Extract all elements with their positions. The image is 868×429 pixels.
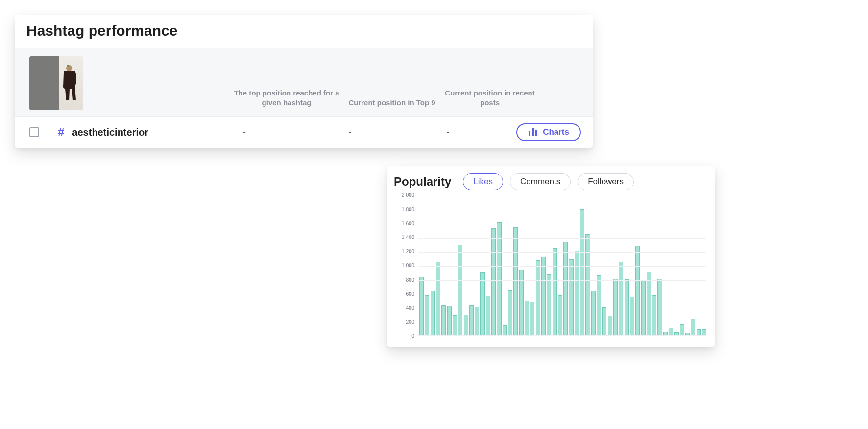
chart-bar[interactable] <box>469 305 474 335</box>
chart-bar[interactable] <box>553 248 557 335</box>
y-tick-label: 1 600 <box>402 220 414 226</box>
chart-bar[interactable] <box>480 272 484 335</box>
gridline <box>418 266 706 267</box>
chart-bar[interactable] <box>613 279 618 335</box>
panel-header-row: The top position reached for a given has… <box>15 48 593 117</box>
chart-bar[interactable] <box>519 270 524 335</box>
chart-bar[interactable] <box>530 302 534 335</box>
chart-bar[interactable] <box>591 291 596 335</box>
gridline <box>418 294 706 294</box>
gridline <box>418 308 706 308</box>
gridline <box>418 280 706 281</box>
chart-bar[interactable] <box>580 209 584 335</box>
bar-chart-icon <box>528 128 538 136</box>
charts-button-label: Charts <box>543 127 569 137</box>
chart-bar[interactable] <box>497 222 501 335</box>
cell-top-position: - <box>188 128 301 137</box>
thumbnail-person-figure <box>62 64 79 102</box>
hash-icon: # <box>58 125 64 139</box>
panel-header: Hashtag performance <box>15 15 593 48</box>
y-tick-label: 1 400 <box>402 234 414 240</box>
chart-bar[interactable] <box>486 296 490 335</box>
gridline <box>418 252 706 253</box>
popularity-chart-panel: Popularity Likes Comments Followers 0200… <box>387 166 715 347</box>
svg-point-1 <box>67 65 69 67</box>
chart-bar[interactable] <box>652 295 656 335</box>
chart-bar[interactable] <box>503 325 507 335</box>
gridline <box>418 322 706 322</box>
gridline <box>418 197 706 197</box>
chart-bar[interactable] <box>597 275 601 335</box>
chart-bar[interactable] <box>525 301 529 335</box>
chart-bar[interactable] <box>508 290 512 335</box>
col-header-top9: Current position in Top 9 <box>343 98 441 108</box>
chart-bar[interactable] <box>680 324 684 335</box>
chart-bar[interactable] <box>630 297 634 335</box>
y-tick-label: 600 <box>406 291 414 297</box>
hashtag-name[interactable]: aestheticinterior <box>72 127 148 138</box>
row-checkbox[interactable] <box>29 127 39 137</box>
y-tick-label: 800 <box>406 277 414 283</box>
svg-rect-3 <box>532 128 534 136</box>
tab-followers[interactable]: Followers <box>578 173 634 190</box>
col-header-top-position: The top position reached for a given has… <box>230 88 343 107</box>
chart-bar[interactable] <box>585 234 590 335</box>
cell-recent: - <box>399 128 497 137</box>
chart-bar[interactable] <box>608 316 612 335</box>
chart-header: Popularity Likes Comments Followers <box>394 173 708 190</box>
chart-plot <box>418 197 706 336</box>
chart-bar[interactable] <box>702 329 706 335</box>
chart-bar[interactable] <box>491 228 496 335</box>
post-thumbnail[interactable] <box>29 56 83 110</box>
chart-y-axis: 02004006008001 0001 2001 4001 6001 8002 … <box>394 195 416 336</box>
chart-bar[interactable] <box>619 262 623 335</box>
y-tick-label: 0 <box>411 333 414 339</box>
y-tick-label: 2 000 <box>402 192 414 198</box>
chart-bar[interactable] <box>541 257 546 335</box>
tab-likes[interactable]: Likes <box>463 173 503 190</box>
chart-bar[interactable] <box>419 277 424 335</box>
charts-button[interactable]: Charts <box>516 123 581 141</box>
chart-bar[interactable] <box>697 329 701 335</box>
chart-bar[interactable] <box>647 272 651 335</box>
hashtag-row: # aestheticinterior - - - Charts <box>15 117 593 148</box>
chart-bar[interactable] <box>569 259 573 335</box>
y-tick-label: 400 <box>406 305 414 310</box>
chart-bar[interactable] <box>513 227 518 335</box>
hashtag-performance-panel: Hashtag performance The top position rea… <box>15 15 593 148</box>
chart-area: 02004006008001 0001 2001 4001 6001 8002 … <box>394 195 708 342</box>
column-headers: The top position reached for a given has… <box>93 88 581 110</box>
chart-bar[interactable] <box>558 295 562 335</box>
chart-bar[interactable] <box>425 295 429 335</box>
chart-bar[interactable] <box>663 332 668 335</box>
chart-bar[interactable] <box>447 306 452 335</box>
y-tick-label: 1 800 <box>402 206 414 212</box>
chart-title: Popularity <box>394 175 451 189</box>
cell-top9: - <box>301 128 399 137</box>
chart-bar[interactable] <box>669 328 673 335</box>
gridline <box>418 211 706 211</box>
chart-bar[interactable] <box>536 260 540 335</box>
y-tick-label: 1 200 <box>402 248 414 254</box>
chart-bar[interactable] <box>674 332 678 335</box>
svg-rect-2 <box>529 131 530 136</box>
chart-bar[interactable] <box>575 251 579 335</box>
gridline <box>418 238 706 239</box>
gridline <box>418 225 706 225</box>
row-cells: - - - Charts <box>169 123 581 141</box>
y-tick-label: 200 <box>406 319 414 325</box>
chart-bar[interactable] <box>475 307 479 335</box>
svg-rect-4 <box>535 130 537 136</box>
y-tick-label: 1 000 <box>402 262 414 268</box>
tab-comments[interactable]: Comments <box>510 173 571 190</box>
chart-bar[interactable] <box>436 262 440 335</box>
chart-bar[interactable] <box>453 315 457 335</box>
page-title: Hashtag performance <box>26 23 581 39</box>
chart-bar[interactable] <box>431 291 435 335</box>
chart-bar[interactable] <box>547 274 551 335</box>
chart-bar[interactable] <box>441 305 446 335</box>
chart-bar[interactable] <box>657 279 662 335</box>
chart-bar[interactable] <box>464 315 468 335</box>
col-header-recent: Current position in recent posts <box>441 88 539 107</box>
svg-point-0 <box>66 65 72 71</box>
